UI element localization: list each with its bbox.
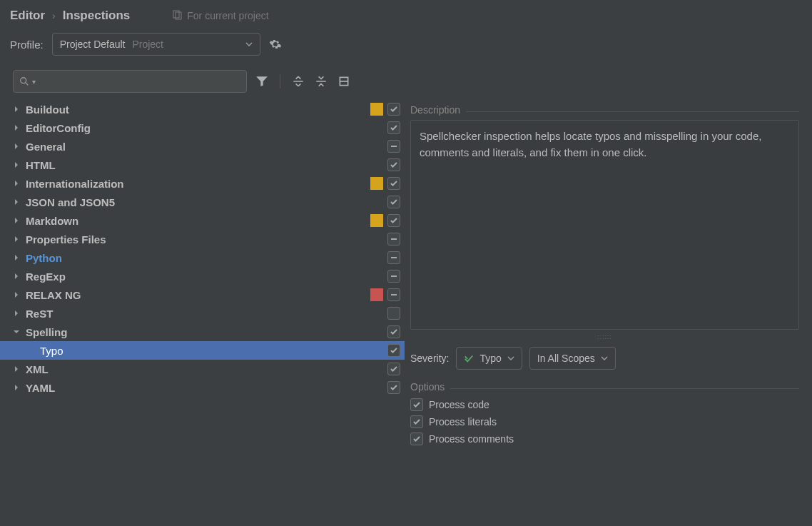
chevron-right-icon[interactable] — [11, 124, 21, 131]
chevron-down-icon[interactable] — [11, 328, 21, 335]
chevron-right-icon: › — [52, 10, 56, 21]
chevron-right-icon[interactable] — [11, 291, 21, 298]
inspection-checkbox[interactable] — [410, 433, 423, 445]
chevron-right-icon[interactable] — [11, 143, 21, 150]
toolbar-separator — [280, 74, 280, 88]
warning-severity-icon — [370, 214, 383, 227]
chevron-down-icon — [245, 41, 253, 48]
chevron-right-icon[interactable] — [11, 365, 21, 373]
inspection-checkbox[interactable] — [387, 158, 400, 171]
collapse-all-icon[interactable] — [313, 74, 329, 89]
inspections-tree[interactable]: BuildoutEditorConfigGeneralHTMLInternati… — [0, 97, 405, 526]
chevron-right-icon[interactable] — [11, 254, 21, 261]
inspection-checkbox[interactable] — [387, 363, 400, 375]
tree-category[interactable]: EditorConfig — [0, 118, 405, 137]
chevron-right-icon[interactable] — [11, 106, 21, 113]
search-icon — [19, 76, 29, 86]
tree-category[interactable]: JSON and JSON5 — [0, 193, 405, 211]
inspection-checkbox[interactable] — [387, 233, 400, 246]
severity-combo[interactable]: Typo — [456, 347, 522, 370]
gear-icon[interactable] — [269, 38, 282, 51]
option-row: Process code — [410, 398, 799, 411]
profile-row: Profile: Project Default Project — [0, 27, 812, 66]
tree-category-label: EditorConfig — [26, 122, 91, 134]
inspection-checkbox[interactable] — [387, 325, 400, 338]
tree-category[interactable]: Internationalization — [0, 174, 405, 193]
tree-category[interactable]: Properties Files — [0, 230, 405, 248]
tree-category[interactable]: RELAX NG — [0, 285, 405, 304]
description-fieldset: Description — [410, 104, 799, 116]
tree-category-label: Internationalization — [26, 178, 124, 190]
inspection-checkbox[interactable] — [387, 307, 400, 320]
chevron-right-icon[interactable] — [11, 236, 21, 243]
inspection-checkbox[interactable] — [387, 214, 400, 227]
inspection-checkbox[interactable] — [387, 196, 400, 208]
tree-row-tail — [370, 214, 400, 227]
option-label: Process literals — [429, 416, 497, 428]
tree-category-label: Properties Files — [26, 233, 106, 246]
filter-icon[interactable] — [254, 74, 270, 89]
chevron-right-icon[interactable] — [11, 180, 21, 187]
chevron-right-icon[interactable] — [11, 310, 21, 317]
inspection-checkbox[interactable] — [387, 288, 400, 301]
profile-combo[interactable]: Project Default Project — [52, 33, 260, 56]
tree-category[interactable]: YAML — [0, 378, 405, 397]
tree-category[interactable]: XML — [0, 360, 405, 378]
search-field[interactable] — [36, 75, 240, 88]
tree-category[interactable]: Python — [0, 248, 405, 267]
inspection-checkbox[interactable] — [410, 398, 423, 411]
tree-category-label: JSON and JSON5 — [26, 196, 115, 208]
chevron-down-icon — [601, 355, 608, 362]
tree-category-label: HTML — [26, 159, 56, 171]
inspection-checkbox[interactable] — [387, 177, 400, 190]
tree-category-label: RegExp — [26, 270, 66, 283]
tree-row-tail — [370, 177, 400, 190]
option-row: Process literals — [410, 415, 799, 428]
chevron-right-icon[interactable] — [11, 161, 21, 168]
warning-severity-icon — [370, 103, 383, 116]
inspection-checkbox[interactable] — [387, 103, 400, 116]
expand-all-icon[interactable] — [290, 74, 306, 89]
inspection-detail-panel: Description Spellchecker inspection help… — [405, 97, 812, 526]
tree-category[interactable]: RegExp — [0, 267, 405, 285]
breadcrumb-editor[interactable]: Editor — [10, 9, 45, 23]
chevron-right-icon[interactable] — [11, 217, 21, 224]
tree-category[interactable]: General — [0, 137, 405, 156]
severity-row: Severity: Typo In All Scopes — [410, 347, 799, 370]
tree-row-tail — [387, 363, 400, 375]
scope-value: In All Scopes — [537, 353, 595, 364]
tree-row-tail — [370, 103, 400, 116]
inspections-toolbar: ▾ — [0, 66, 812, 97]
chevron-right-icon[interactable] — [11, 384, 21, 391]
tree-row-tail — [370, 288, 400, 301]
option-row: Process comments — [410, 433, 799, 445]
main-split: BuildoutEditorConfigGeneralHTMLInternati… — [0, 97, 812, 526]
svg-line-3 — [26, 83, 29, 86]
description-title: Description — [410, 104, 466, 116]
tree-row-tail — [387, 196, 400, 208]
inspection-checkbox[interactable] — [387, 344, 400, 357]
tree-category-label: Markdown — [26, 215, 78, 227]
tree-category[interactable]: HTML — [0, 156, 405, 174]
profile-value: Project Default — [60, 39, 126, 50]
inspection-checkbox[interactable] — [387, 121, 400, 134]
tree-category[interactable]: Spelling — [0, 323, 405, 341]
inspection-checkbox[interactable] — [387, 140, 400, 153]
search-input[interactable]: ▾ — [13, 70, 247, 93]
tree-item[interactable]: Typo — [0, 341, 405, 360]
chevron-right-icon[interactable] — [11, 198, 21, 206]
inspection-checkbox[interactable] — [410, 415, 423, 428]
inspection-checkbox[interactable] — [387, 270, 400, 283]
scope-label: For current project — [187, 10, 268, 21]
tree-category[interactable]: Buildout — [0, 100, 405, 118]
chevron-right-icon[interactable] — [11, 273, 21, 280]
inspection-checkbox[interactable] — [387, 381, 400, 394]
tree-category[interactable]: ReST — [0, 304, 405, 323]
scope-combo[interactable]: In All Scopes — [529, 347, 616, 370]
typo-severity-icon — [464, 353, 474, 363]
reset-icon[interactable] — [336, 74, 352, 89]
tree-category[interactable]: Markdown — [0, 211, 405, 230]
resize-grip[interactable]: :::::: — [410, 333, 799, 341]
breadcrumb-inspections[interactable]: Inspections — [63, 9, 130, 23]
inspection-checkbox[interactable] — [387, 251, 400, 264]
